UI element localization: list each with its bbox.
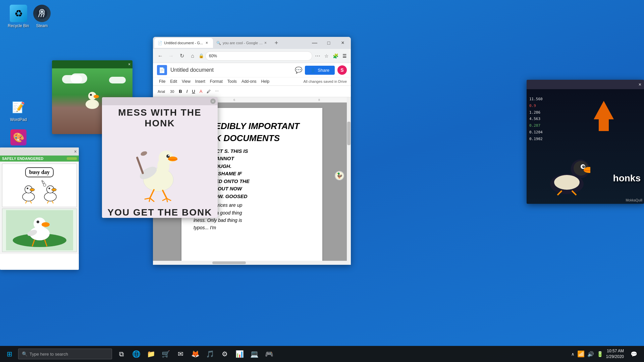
taskbar-explorer[interactable]: 📁	[144, 347, 158, 361]
comic-window: × SAFELY ENDANGERED busy day	[0, 147, 79, 270]
windows-logo: ⊞	[7, 350, 12, 358]
goose-top-text: MESS WITH THE HONK	[102, 107, 218, 129]
font-color-button[interactable]: A	[198, 88, 204, 95]
more-options-button[interactable]: ⋯	[314, 53, 322, 59]
menu-tools[interactable]: Tools	[225, 78, 239, 85]
svg-point-51	[554, 175, 580, 190]
task-view-button[interactable]: ⧉	[114, 347, 129, 361]
edge-icon: 🌐	[132, 350, 141, 358]
user-avatar[interactable]: S	[337, 65, 347, 75]
menu-button[interactable]: ☰	[341, 53, 348, 59]
task-view-icon: ⧉	[119, 350, 124, 358]
recycle-bin-label: Recycle Bin	[8, 23, 29, 28]
bold-button[interactable]: B	[177, 88, 183, 95]
font-name-selector[interactable]: Arial	[156, 88, 167, 95]
start-button[interactable]: ⊞	[3, 347, 16, 361]
home-button[interactable]: ⌂	[188, 51, 197, 61]
bookmark-button[interactable]: ☆	[323, 53, 330, 59]
comic-close-btn[interactable]: ×	[74, 149, 77, 154]
svg-point-37	[168, 155, 169, 156]
stock-video-content: 11.560 0.9 1.286 4.563 0.287 0.1204 0.19…	[527, 89, 644, 204]
taskbar-media[interactable]: 🎵	[203, 347, 217, 361]
wordpad-icon: 📝	[10, 99, 26, 115]
doc-title[interactable]: Untitled document	[170, 67, 214, 73]
stock-close-btn[interactable]: ×	[639, 82, 641, 87]
tab1-close[interactable]: ×	[206, 41, 208, 45]
svg-point-26	[42, 222, 50, 227]
menu-addons[interactable]: Add-ons	[239, 78, 259, 85]
settings-icon: ⚙	[222, 350, 228, 358]
media-icon: 🎵	[206, 350, 214, 358]
browser-tab2[interactable]: 🔍 you are cool - Google S... ×	[213, 38, 272, 48]
svg-point-7	[22, 192, 35, 201]
mail-icon: ✉	[178, 350, 183, 358]
svg-point-27	[37, 221, 39, 223]
taskbar-search[interactable]: 🔍 Type here to search	[18, 349, 112, 359]
menu-view[interactable]: View	[180, 78, 193, 85]
extensions-button[interactable]: 🧩	[331, 53, 340, 59]
svg-line-42	[145, 198, 150, 199]
stock-numbers-left: 11.560 0.9 1.286 4.563 0.287 0.1204 0.19…	[529, 96, 543, 142]
taskbar-app1[interactable]: 💻	[247, 347, 262, 361]
menu-insert[interactable]: Insert	[193, 78, 207, 85]
font-size-selector[interactable]: 30	[168, 88, 176, 95]
search-icon: 🔍	[22, 351, 28, 357]
volume-icon[interactable]: 🔊	[587, 351, 594, 357]
back-button[interactable]: ←	[156, 51, 165, 61]
tray-expand[interactable]: ∧	[571, 352, 575, 357]
desktop: ♻ Recycle Bin Steam	[0, 0, 644, 362]
svg-point-36	[166, 155, 170, 158]
svg-point-34	[168, 157, 177, 161]
svg-point-21	[42, 180, 43, 182]
forward-button[interactable]: →	[166, 51, 176, 61]
maximize-button[interactable]: □	[322, 38, 335, 48]
clock[interactable]: 10:57 AM 1/29/2020	[606, 348, 624, 360]
battery-icon[interactable]: 🔋	[597, 351, 603, 357]
svg-line-12	[30, 201, 32, 203]
taskbar-store[interactable]: 🛒	[158, 347, 173, 361]
browser-tab1[interactable]: 📄 Untitled document - G... ×	[154, 38, 213, 48]
scrollbar-horizontal[interactable]	[153, 261, 351, 265]
tab1-label: Untitled document - G...	[164, 41, 204, 45]
url-bar[interactable]: 60%	[205, 51, 312, 61]
svg-point-3	[86, 100, 99, 109]
tab1-favicon: 📄	[158, 41, 162, 45]
highlight-button[interactable]: 🖊	[205, 88, 212, 95]
comic-panel-text: busy day	[29, 169, 50, 175]
share-button[interactable]: 👤 Share	[305, 66, 335, 75]
desktop-icon-steam[interactable]: Steam	[27, 3, 57, 29]
more-format-button[interactable]: ⋯	[213, 88, 220, 94]
refresh-button[interactable]: ↻	[177, 51, 186, 61]
explorer-icon: 📁	[147, 350, 155, 358]
taskbar-edge[interactable]: 🌐	[129, 347, 144, 361]
underline-button[interactable]: U	[190, 88, 197, 95]
desktop-icon-wordpad[interactable]: 📝 WordPad	[3, 97, 34, 123]
taskbar-firefox[interactable]: 🦊	[188, 347, 203, 361]
gdocs-logo: 📄	[157, 65, 167, 75]
taskbar-settings[interactable]: ⚙	[217, 347, 232, 361]
svg-marker-49	[594, 101, 614, 131]
notification-button[interactable]: 💬	[627, 347, 641, 361]
goose-popup-close[interactable]: ×	[210, 99, 216, 104]
close-button[interactable]: ×	[336, 38, 350, 48]
saved-status: All changes saved in Drive	[303, 79, 347, 83]
comments-icon[interactable]: 💬	[295, 66, 302, 74]
menu-edit[interactable]: Edit	[168, 78, 179, 85]
user-cursor: 🦆	[335, 171, 344, 180]
menu-help[interactable]: Help	[259, 78, 272, 85]
new-tab-button[interactable]: +	[272, 38, 281, 48]
network-icon[interactable]: 📶	[577, 350, 585, 358]
taskbar-excel[interactable]: 📊	[232, 347, 247, 361]
menu-format[interactable]: Format	[208, 78, 225, 85]
svg-line-41	[150, 190, 154, 198]
tab2-close[interactable]: ×	[264, 41, 267, 45]
taskbar-mail[interactable]: ✉	[173, 347, 188, 361]
italic-button[interactable]: I	[185, 88, 190, 95]
svg-line-18	[52, 201, 53, 203]
minimize-button[interactable]: —	[308, 38, 321, 48]
scrollbar-vertical[interactable]	[347, 97, 351, 261]
svg-point-20	[42, 182, 44, 184]
taskbar-app2[interactable]: 🎮	[262, 347, 276, 361]
animals-window-close[interactable]: ×	[128, 62, 130, 67]
menu-file[interactable]: File	[157, 78, 167, 85]
